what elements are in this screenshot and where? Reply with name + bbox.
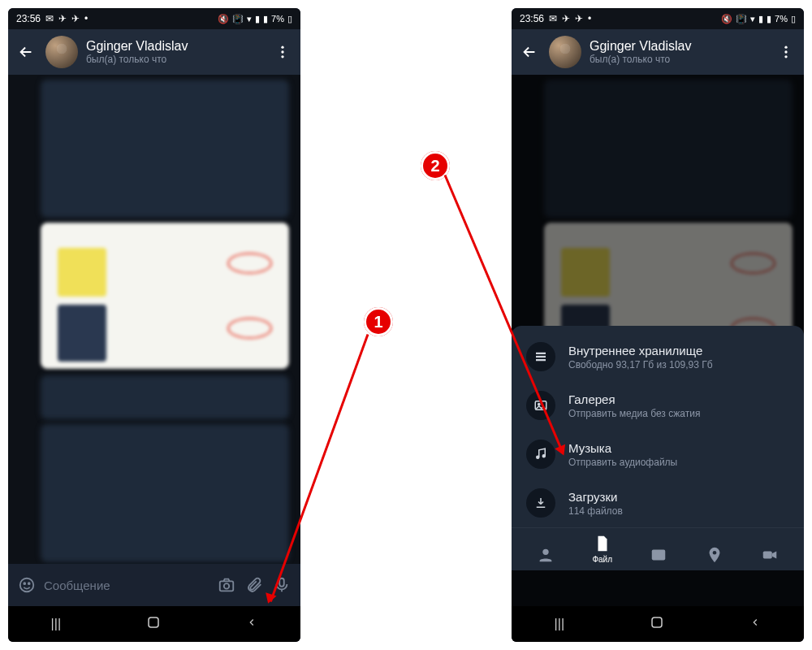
message-input[interactable]: Сообщение (44, 578, 209, 592)
phone-right: 23:56 ✉ ✈ ✈ • 🔇 📳 ▾ ▮ ▮ 7% ▯ Gginger Vla… (512, 8, 804, 642)
svg-rect-23 (763, 551, 772, 558)
vibrate-icon: 📳 (232, 14, 244, 24)
battery-icon: ▯ (287, 14, 292, 24)
sheet-item-downloads[interactable]: Загрузки 114 файлов (512, 479, 804, 527)
svg-point-17 (538, 403, 540, 405)
tab-location[interactable] (706, 546, 723, 564)
tab-file[interactable]: Файл (592, 535, 612, 564)
mail-icon: ✉ (549, 13, 557, 24)
storage-icon (526, 342, 555, 371)
sheet-item-subtitle: Отправить аудиофайлы (568, 457, 677, 468)
svg-rect-15 (536, 359, 546, 361)
chat-body[interactable] (8, 75, 300, 564)
menu-button[interactable] (775, 44, 797, 60)
nav-home-icon[interactable] (650, 615, 664, 633)
attach-button[interactable] (244, 574, 265, 596)
send-icon: ✈ (58, 13, 67, 24)
chat-body: Внутреннее хранилище Свободно 93,17 Гб и… (512, 75, 804, 606)
sheet-item-title: Музыка (568, 441, 677, 455)
callout-1: 1 (364, 307, 393, 336)
sheet-tabs: Файл (512, 527, 804, 570)
svg-point-20 (542, 549, 548, 555)
sheet-item-title: Загрузки (568, 490, 623, 504)
send-icon: ✈ (562, 13, 570, 24)
signal-icon: ▮ (767, 14, 771, 24)
svg-point-3 (20, 578, 34, 592)
sheet-item-title: Внутреннее хранилище (568, 344, 713, 358)
nav-recent-icon[interactable]: ||| (555, 617, 564, 631)
sheet-item-subtitle: Отправить медиа без сжатия (568, 408, 700, 419)
appbar: Gginger Vladislav был(а) только что (8, 29, 300, 75)
svg-rect-24 (652, 618, 662, 627)
android-navbar: ||| (512, 606, 804, 642)
download-icon (526, 488, 555, 518)
svg-rect-21 (652, 550, 666, 561)
send-icon: ✈ (575, 13, 583, 24)
more-icon: • (84, 13, 88, 24)
battery-icon: ▯ (791, 14, 796, 24)
music-icon (526, 440, 555, 469)
status-time: 23:56 (16, 13, 41, 24)
sheet-item-subtitle: 114 файлов (568, 505, 623, 517)
chat-subtitle: был(а) только что (590, 54, 767, 65)
appbar: Gginger Vladislav был(а) только что (512, 29, 804, 75)
nav-back-icon[interactable] (749, 617, 761, 631)
sheet-item-gallery[interactable]: Галерея Отправить медиа без сжатия (512, 381, 804, 430)
menu-button[interactable] (271, 44, 294, 60)
svg-rect-14 (536, 356, 546, 358)
svg-point-19 (542, 455, 545, 457)
svg-point-2 (281, 55, 283, 58)
avatar[interactable] (45, 36, 78, 68)
wifi-icon: ▾ (247, 14, 252, 24)
back-button[interactable] (15, 41, 37, 63)
nav-recent-icon[interactable]: ||| (51, 617, 61, 631)
wifi-icon: ▾ (750, 14, 755, 24)
message-card (41, 223, 289, 369)
message-bubble (41, 375, 289, 419)
tab-video[interactable] (761, 546, 779, 564)
sheet-item-title: Галерея (568, 392, 700, 406)
message-bubble (41, 80, 289, 218)
mute-icon: 🔇 (721, 14, 732, 24)
svg-point-1 (281, 50, 283, 53)
status-time: 23:56 (520, 13, 544, 24)
android-navbar: ||| (8, 606, 300, 642)
send-icon: ✈ (71, 13, 80, 24)
chat-title[interactable]: Gginger Vladislav (86, 38, 263, 54)
svg-point-22 (712, 551, 716, 555)
mute-icon: 🔇 (218, 14, 229, 24)
tab-contact[interactable] (537, 546, 555, 564)
vibrate-icon: 📳 (736, 14, 747, 24)
callout-1-label: 1 (374, 313, 382, 332)
mail-icon: ✉ (45, 13, 54, 24)
chat-title[interactable]: Gginger Vladislav (590, 38, 767, 54)
svg-point-12 (784, 55, 787, 58)
input-bar: Сообщение (8, 564, 300, 606)
svg-rect-9 (149, 618, 158, 627)
signal-icon: ▮ (758, 14, 763, 24)
signal-icon: ▮ (255, 14, 260, 24)
sheet-item-storage[interactable]: Внутреннее хранилище Свободно 93,17 Гб и… (512, 332, 804, 381)
svg-rect-6 (220, 581, 234, 591)
camera-button[interactable] (216, 574, 237, 596)
svg-rect-13 (536, 353, 546, 354)
nav-home-icon[interactable] (146, 615, 161, 633)
phone-left: 23:56 ✉ ✈ ✈ • 🔇 📳 ▾ ▮ ▮ 7% ▯ Gginger Vla… (8, 8, 300, 642)
svg-point-7 (224, 583, 229, 588)
tab-label: Файл (592, 555, 612, 564)
svg-point-18 (537, 456, 539, 458)
svg-rect-8 (279, 578, 284, 587)
more-icon: • (588, 13, 591, 24)
statusbar: 23:56 ✉ ✈ ✈ • 🔇 📳 ▾ ▮ ▮ 7% ▯ (512, 8, 804, 29)
tab-gallery[interactable] (650, 546, 667, 564)
battery-text: 7% (775, 14, 788, 24)
emoji-button[interactable] (16, 574, 37, 596)
battery-text: 7% (271, 14, 284, 24)
avatar[interactable] (549, 36, 581, 68)
callout-2-label: 2 (430, 157, 439, 176)
svg-point-4 (24, 583, 25, 584)
svg-point-5 (28, 583, 30, 584)
back-button[interactable] (518, 41, 541, 63)
signal-icon: ▮ (263, 14, 268, 24)
nav-back-icon[interactable] (246, 617, 257, 631)
